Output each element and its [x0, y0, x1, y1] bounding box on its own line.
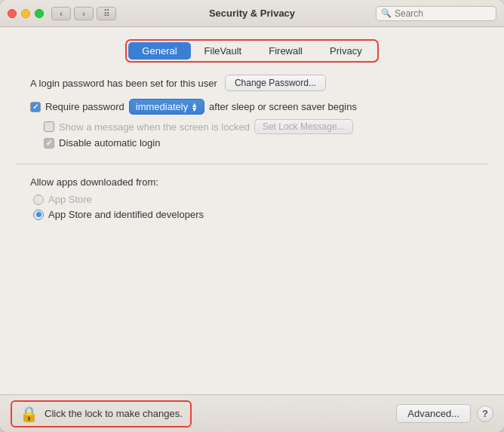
search-input[interactable]: [395, 8, 491, 19]
change-password-button[interactable]: Change Password...: [225, 75, 326, 91]
lock-text: Click the lock to make changes.: [45, 408, 183, 419]
tab-firewall[interactable]: Firewall: [255, 42, 316, 60]
bottombar: 🔒 Click the lock to make changes. Advanc…: [0, 394, 504, 432]
require-password-label: Require password: [45, 101, 124, 112]
app-store-radio-row: App Store: [33, 194, 489, 205]
after-sleep-text: after sleep or screen saver begins: [209, 101, 357, 112]
bottom-right: Advanced... ?: [396, 404, 493, 423]
app-store-identified-radio-row: App Store and identified developers: [33, 209, 489, 220]
lock-icon: 🔒: [20, 405, 38, 423]
general-panel: A login password has been set for this u…: [15, 75, 489, 394]
show-message-checkbox[interactable]: [44, 121, 54, 132]
search-icon: 🔍: [381, 8, 392, 18]
login-password-row: A login password has been set for this u…: [30, 75, 489, 91]
divider: [15, 164, 489, 164]
tabs-container: General FileVault Firewall Privacy: [15, 39, 489, 63]
app-store-identified-radio[interactable]: [33, 210, 44, 220]
minimize-button[interactable]: [21, 9, 30, 18]
grid-icon: ⠿: [103, 8, 110, 19]
forward-button[interactable]: ›: [74, 7, 94, 20]
help-button[interactable]: ?: [477, 406, 493, 422]
window: ‹ › ⠿ Security & Privacy 🔍 General FileV…: [0, 0, 504, 432]
immediately-dropdown[interactable]: immediately ▲ ▼: [129, 99, 204, 115]
tab-filevault[interactable]: FileVault: [191, 42, 256, 60]
nav-buttons: ‹ ›: [51, 7, 94, 20]
dropdown-arrow-icon: ▲ ▼: [191, 103, 198, 112]
show-message-row: Show a message when the screen is locked…: [44, 119, 489, 134]
disable-autologin-row: Disable automatic login: [44, 137, 489, 149]
window-title: Security & Privacy: [209, 8, 295, 19]
back-button[interactable]: ‹: [51, 7, 71, 20]
traffic-lights: [8, 9, 44, 18]
content: General FileVault Firewall Privacy A log…: [0, 27, 504, 394]
disable-autologin-label: Disable automatic login: [59, 137, 160, 149]
lock-section[interactable]: 🔒 Click the lock to make changes.: [11, 400, 192, 427]
login-password-text: A login password has been set for this u…: [30, 78, 217, 89]
grid-button[interactable]: ⠿: [97, 7, 116, 20]
show-message-label: Show a message when the screen is locked: [59, 121, 250, 133]
close-button[interactable]: [8, 9, 17, 18]
app-store-radio[interactable]: [33, 195, 44, 205]
require-password-row: Require password immediately ▲ ▼ after s…: [30, 99, 489, 115]
allow-apps-title: Allow apps downloaded from:: [30, 176, 489, 188]
immediately-value: immediately: [136, 101, 188, 112]
set-lock-message-button[interactable]: Set Lock Message...: [254, 119, 353, 134]
tab-privacy[interactable]: Privacy: [316, 42, 376, 60]
titlebar: ‹ › ⠿ Security & Privacy 🔍: [0, 0, 504, 27]
tabs-wrapper: General FileVault Firewall Privacy: [125, 39, 378, 63]
app-store-label: App Store: [48, 194, 92, 205]
tab-general[interactable]: General: [128, 42, 190, 60]
allow-apps-section: Allow apps downloaded from: App Store Ap…: [30, 176, 489, 224]
require-password-checkbox[interactable]: [30, 102, 41, 112]
app-store-identified-label: App Store and identified developers: [48, 209, 204, 220]
search-box[interactable]: 🔍: [376, 6, 496, 21]
disable-autologin-checkbox[interactable]: [44, 138, 54, 149]
advanced-button[interactable]: Advanced...: [396, 404, 471, 423]
maximize-button[interactable]: [35, 9, 44, 18]
